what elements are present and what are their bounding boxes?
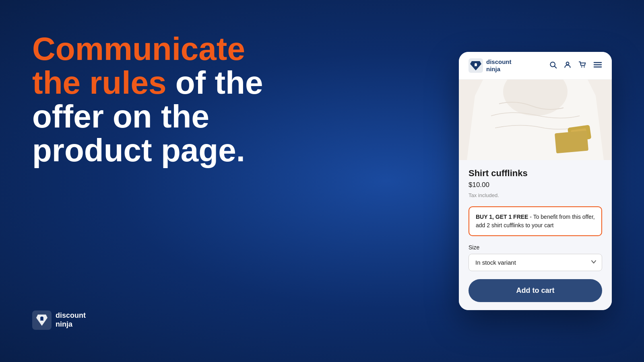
add-to-cart-button[interactable]: Add to cart xyxy=(469,279,602,302)
headline: Communicate the rules of the offer on th… xyxy=(32,32,427,167)
product-content: Shirt cufflinks $10.00 Tax included. BUY… xyxy=(459,160,612,310)
svg-point-9 xyxy=(581,66,582,68)
right-panel: discount ninja xyxy=(459,52,612,310)
bottom-logo: discount ninja xyxy=(32,311,427,330)
user-icon[interactable] xyxy=(564,61,572,71)
headline-line3: offer on the xyxy=(32,99,209,134)
svg-point-1 xyxy=(40,317,43,320)
product-price: $10.00 xyxy=(469,181,602,189)
size-select[interactable]: In stock variant xyxy=(469,254,602,271)
menu-icon[interactable] xyxy=(593,61,602,70)
product-title: Shirt cufflinks xyxy=(469,168,602,179)
headline-line4: product page. xyxy=(32,132,245,168)
offer-banner: BUY 1, GET 1 FREE - To benefit from this… xyxy=(469,206,602,236)
search-icon[interactable] xyxy=(549,61,557,71)
size-label: Size xyxy=(469,244,602,251)
svg-point-10 xyxy=(584,66,585,68)
product-image xyxy=(459,80,612,160)
svg-point-8 xyxy=(566,62,569,65)
svg-rect-5 xyxy=(475,65,477,66)
headline-line1: Communicate xyxy=(32,31,245,67)
svg-rect-2 xyxy=(40,319,43,321)
store-logo: discount ninja xyxy=(469,58,512,73)
size-select-wrapper: In stock variant xyxy=(469,254,602,271)
tax-note: Tax included. xyxy=(469,192,602,198)
store-logo-icon xyxy=(469,58,483,73)
cart-icon[interactable] xyxy=(578,61,587,71)
discount-ninja-logo-icon xyxy=(32,311,52,330)
store-nav: discount ninja xyxy=(459,52,612,80)
headline-line2-white: of the xyxy=(166,65,263,101)
left-panel: Communicate the rules of the offer on th… xyxy=(32,0,427,362)
bottom-logo-text: discount ninja xyxy=(56,311,86,329)
nav-icons xyxy=(549,61,602,71)
shirt-image xyxy=(459,80,612,160)
offer-text: BUY 1, GET 1 FREE - To benefit from this… xyxy=(476,213,595,230)
offer-bold-text: BUY 1, GET 1 FREE xyxy=(476,214,528,220)
headline-line2-orange: the rules xyxy=(32,65,166,101)
store-logo-text: discount ninja xyxy=(486,58,512,73)
svg-line-7 xyxy=(555,66,557,68)
phone-card: discount ninja xyxy=(459,52,612,310)
